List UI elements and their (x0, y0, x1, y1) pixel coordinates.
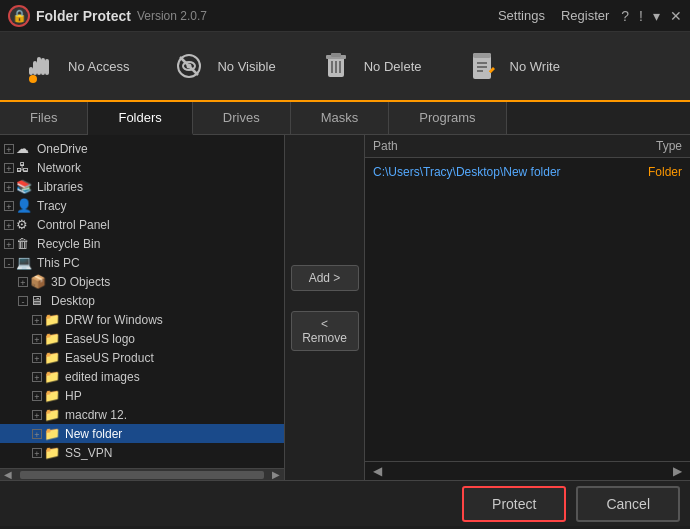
tree-label-3d-objects: 3D Objects (51, 275, 110, 289)
svg-rect-5 (45, 59, 49, 75)
expand-box-onedrive[interactable]: + (4, 144, 14, 154)
hscroll-right[interactable]: ▶ (268, 469, 284, 480)
tree-icon-edited-images: 📁 (44, 369, 62, 384)
tree-item-control-panel[interactable]: +⚙Control Panel (0, 215, 284, 234)
right-hscrollbar[interactable]: ◀ ▶ (365, 461, 690, 480)
tree-icon-recycle-bin: 🗑 (16, 236, 34, 251)
tree-label-control-panel: Control Panel (37, 218, 110, 232)
title-bar: 🔒 Folder Protect Version 2.0.7 Settings … (0, 0, 690, 32)
expand-box-this-pc[interactable]: - (4, 258, 14, 268)
hscroll-left[interactable]: ◀ (0, 469, 16, 480)
tree-label-libraries: Libraries (37, 180, 83, 194)
tree-icon-libraries: 📚 (16, 179, 34, 194)
minimize-button[interactable]: ▾ (653, 8, 660, 24)
tree-item-onedrive[interactable]: +☁OneDrive (0, 139, 284, 158)
type-column-header: Type (622, 139, 682, 153)
protect-button[interactable]: Protect (462, 486, 566, 522)
svg-rect-4 (41, 58, 45, 75)
app-version: Version 2.0.7 (137, 9, 498, 23)
tree-icon-drw-windows: 📁 (44, 312, 62, 327)
expand-box-macdrw[interactable]: + (32, 410, 42, 420)
expand-box-hp[interactable]: + (32, 391, 42, 401)
tree-item-hp[interactable]: +📁HP (0, 386, 284, 405)
tree-icon-easeus-product: 📁 (44, 350, 62, 365)
expand-box-recycle-bin[interactable]: + (4, 239, 14, 249)
tree-item-recycle-bin[interactable]: +🗑Recycle Bin (0, 234, 284, 253)
no-access-icon (20, 46, 60, 86)
tree-item-ss-vpn[interactable]: +📁SS_VPN (0, 443, 284, 462)
svg-rect-2 (33, 61, 37, 75)
right-hscroll-left[interactable]: ◀ (369, 464, 386, 478)
register-menu[interactable]: Register (561, 8, 609, 23)
svg-rect-14 (331, 53, 341, 57)
help-button[interactable]: ? (621, 8, 629, 24)
tree-item-3d-objects[interactable]: +📦3D Objects (0, 272, 284, 291)
no-access-tool[interactable]: No Access (10, 40, 139, 92)
path-column-header: Path (373, 139, 622, 153)
expand-box-new-folder[interactable]: + (32, 429, 42, 439)
protected-paths-list[interactable]: C:\Users\Tracy\Desktop\New folderFolder (365, 158, 690, 461)
folder-tree-panel: +☁OneDrive+🖧Network+📚Libraries+👤Tracy+⚙C… (0, 135, 285, 480)
main-content: +☁OneDrive+🖧Network+📚Libraries+👤Tracy+⚙C… (0, 135, 690, 480)
no-visible-icon (169, 46, 209, 86)
remove-button[interactable]: < Remove (291, 311, 359, 351)
tree-item-libraries[interactable]: +📚Libraries (0, 177, 284, 196)
expand-box-edited-images[interactable]: + (32, 372, 42, 382)
tab-drives[interactable]: Drives (193, 102, 291, 134)
info-button[interactable]: ! (639, 8, 643, 24)
tab-programs[interactable]: Programs (389, 102, 506, 134)
no-delete-label: No Delete (364, 59, 422, 74)
protected-paths-panel: Path Type C:\Users\Tracy\Desktop\New fol… (365, 135, 690, 480)
tree-label-drw-windows: DRW for Windows (65, 313, 163, 327)
right-hscroll-right[interactable]: ▶ (669, 464, 686, 478)
no-write-tool[interactable]: No Write (452, 40, 570, 92)
tree-label-edited-images: edited images (65, 370, 140, 384)
tree-label-desktop: Desktop (51, 294, 95, 308)
tree-label-recycle-bin: Recycle Bin (37, 237, 100, 251)
tree-item-easeus-logo[interactable]: +📁EaseUS logo (0, 329, 284, 348)
protected-path-row[interactable]: C:\Users\Tracy\Desktop\New folderFolder (365, 162, 690, 182)
settings-menu[interactable]: Settings (498, 8, 545, 23)
expand-box-network[interactable]: + (4, 163, 14, 173)
tree-item-macdrw[interactable]: +📁macdrw 12. (0, 405, 284, 424)
tree-item-desktop[interactable]: -🖥Desktop (0, 291, 284, 310)
tree-label-ss-vpn: SS_VPN (65, 446, 112, 460)
tree-item-tracy[interactable]: +👤Tracy (0, 196, 284, 215)
folder-tree[interactable]: +☁OneDrive+🖧Network+📚Libraries+👤Tracy+⚙C… (0, 135, 284, 468)
tab-folders[interactable]: Folders (88, 102, 192, 135)
tree-item-network[interactable]: +🖧Network (0, 158, 284, 177)
expand-box-drw-windows[interactable]: + (32, 315, 42, 325)
app-icon: 🔒 (8, 5, 30, 27)
add-button[interactable]: Add > (291, 265, 359, 291)
expand-box-easeus-product[interactable]: + (32, 353, 42, 363)
tree-icon-network: 🖧 (16, 160, 34, 175)
tree-item-easeus-product[interactable]: +📁EaseUS Product (0, 348, 284, 367)
hscroll-thumb[interactable] (20, 471, 264, 479)
tree-icon-control-panel: ⚙ (16, 217, 34, 232)
tree-item-this-pc[interactable]: -💻This PC (0, 253, 284, 272)
expand-box-tracy[interactable]: + (4, 201, 14, 211)
tree-label-hp: HP (65, 389, 82, 403)
tree-hscrollbar[interactable]: ◀ ▶ (0, 468, 284, 480)
cancel-button[interactable]: Cancel (576, 486, 680, 522)
expand-box-ss-vpn[interactable]: + (32, 448, 42, 458)
close-button[interactable]: ✕ (670, 8, 682, 24)
tree-item-new-folder[interactable]: +📁New folder (0, 424, 284, 443)
no-visible-tool[interactable]: No Visible (159, 40, 285, 92)
svg-rect-6 (29, 67, 33, 75)
expand-box-easeus-logo[interactable]: + (32, 334, 42, 344)
svg-rect-3 (37, 57, 41, 75)
expand-box-libraries[interactable]: + (4, 182, 14, 192)
expand-box-desktop[interactable]: - (18, 296, 28, 306)
menu-bar: Settings Register (498, 8, 609, 23)
tree-label-easeus-logo: EaseUS logo (65, 332, 135, 346)
expand-box-control-panel[interactable]: + (4, 220, 14, 230)
tab-masks[interactable]: Masks (291, 102, 390, 134)
tree-item-edited-images[interactable]: +📁edited images (0, 367, 284, 386)
tree-item-drw-windows[interactable]: +📁DRW for Windows (0, 310, 284, 329)
tree-label-tracy: Tracy (37, 199, 67, 213)
no-write-label: No Write (510, 59, 560, 74)
tab-files[interactable]: Files (0, 102, 88, 134)
no-delete-tool[interactable]: No Delete (306, 40, 432, 92)
expand-box-3d-objects[interactable]: + (18, 277, 28, 287)
